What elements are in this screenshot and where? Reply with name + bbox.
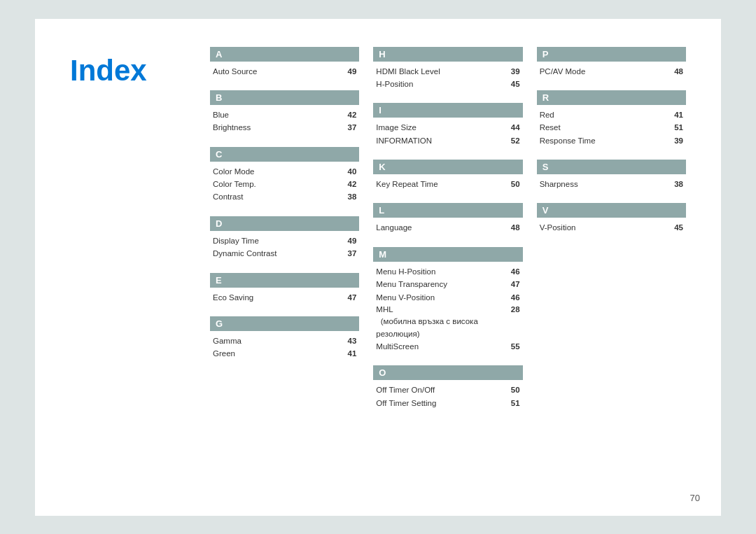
entry-name: PC/AV Mode	[540, 65, 669, 78]
section-entries-O: Off Timer On/Off50Off Timer Setting51	[373, 384, 522, 409]
list-item: Dynamic Contrast37	[213, 247, 356, 260]
section-entries-S: Sharpness38	[537, 178, 686, 190]
entry-name: Menu H-Position	[376, 265, 505, 278]
entry-page: 38	[348, 190, 357, 203]
entry-page: 45	[511, 78, 520, 90]
section-entries-P: PC/AV Mode48	[537, 65, 686, 78]
entry-name: Off Timer On/Off	[376, 384, 505, 396]
list-item: MultiScreen55	[376, 340, 519, 353]
entry-page: 55	[511, 340, 520, 353]
list-item: Red41	[540, 108, 683, 121]
section-header-D: D	[210, 216, 359, 231]
section-entries-D: Display Time49Dynamic Contrast37	[210, 234, 359, 260]
entry-page: 39	[674, 134, 683, 147]
section-K: KKey Repeat Time50	[373, 160, 522, 190]
list-item: PC/AV Mode48	[540, 65, 683, 78]
list-item: Sharpness38	[540, 178, 683, 190]
entry-page: 47	[348, 291, 357, 304]
list-item: MHL (мобилна връзка с висока резолюция)2…	[376, 304, 519, 340]
entry-name: Key Repeat Time	[376, 178, 505, 190]
entry-page: 48	[674, 65, 683, 78]
entry-name: Color Temp.	[213, 178, 342, 190]
entry-name: Display Time	[213, 234, 342, 247]
list-item: Auto Source49	[213, 65, 356, 78]
entry-name: Blue	[213, 108, 342, 121]
section-P: PPC/AV Mode48	[537, 47, 686, 78]
page-number: 70	[690, 493, 700, 503]
entry-name: Brightness	[213, 121, 342, 134]
list-item: Language48	[376, 221, 519, 234]
entry-page: 50	[511, 178, 520, 190]
list-item: Color Temp.42	[213, 178, 356, 190]
list-item: Off Timer Setting51	[376, 397, 519, 409]
entry-page: 50	[511, 384, 520, 396]
column-2: PPC/AV Mode48RRed41Reset51Response Time3…	[537, 47, 686, 422]
entry-page: 49	[348, 65, 357, 78]
entry-page: 46	[511, 265, 520, 278]
entry-page: 49	[348, 234, 357, 247]
section-entries-I: Image Size44INFORMATION52	[373, 121, 522, 147]
list-item: Menu V-Position46	[376, 291, 519, 304]
entry-name: Reset	[540, 121, 669, 134]
entry-page: 41	[674, 108, 683, 121]
entry-page: 37	[348, 247, 357, 260]
entry-page: 40	[348, 165, 357, 178]
section-entries-H: HDMI Black Level39H-Position45	[373, 65, 522, 91]
entry-name: Color Mode	[213, 165, 342, 178]
entry-page: 39	[511, 65, 520, 78]
section-entries-L: Language48	[373, 221, 522, 234]
entry-page: 42	[348, 108, 357, 121]
section-H: HHDMI Black Level39H-Position45	[373, 47, 522, 91]
section-header-C: C	[210, 147, 359, 162]
entry-page: 43	[348, 335, 357, 347]
list-item: H-Position45	[376, 78, 519, 90]
section-header-B: B	[210, 90, 359, 105]
page: Index AAuto Source49BBlue42Brightness37C…	[35, 19, 721, 516]
section-header-O: O	[373, 365, 522, 380]
section-entries-G: Gamma43Green41	[210, 335, 359, 360]
section-header-H: H	[373, 47, 522, 62]
list-item: Menu Transparency47	[376, 278, 519, 290]
section-header-P: P	[537, 47, 686, 62]
section-I: IImage Size44INFORMATION52	[373, 103, 522, 147]
section-header-K: K	[373, 160, 522, 174]
section-D: DDisplay Time49Dynamic Contrast37	[210, 216, 359, 260]
list-item: Display Time49	[213, 234, 356, 247]
list-item: Menu H-Position46	[376, 265, 519, 278]
entry-name: Menu Transparency	[376, 278, 505, 290]
entry-page: 42	[348, 178, 357, 190]
entry-name: Dynamic Contrast	[213, 247, 342, 260]
section-header-I: I	[373, 103, 522, 118]
section-L: LLanguage48	[373, 203, 522, 234]
entry-name: H-Position	[376, 78, 505, 90]
section-A: AAuto Source49	[210, 47, 359, 78]
section-header-G: G	[210, 316, 359, 331]
section-B: BBlue42Brightness37	[210, 90, 359, 134]
section-entries-C: Color Mode40Color Temp.42Contrast38	[210, 165, 359, 204]
section-entries-B: Blue42Brightness37	[210, 108, 359, 134]
entry-page: 52	[511, 134, 520, 147]
entry-page: 45	[674, 221, 683, 234]
entry-name: Eco Saving	[213, 291, 342, 304]
entry-page: 37	[348, 121, 357, 134]
section-R: RRed41Reset51Response Time39	[537, 90, 686, 147]
entry-page: 51	[674, 121, 683, 134]
entry-name: Menu V-Position	[376, 291, 505, 304]
section-entries-K: Key Repeat Time50	[373, 178, 522, 190]
list-item: Image Size44	[376, 121, 519, 134]
section-entries-A: Auto Source49	[210, 65, 359, 78]
section-entries-M: Menu H-Position46Menu Transparency47Menu…	[373, 265, 522, 353]
entry-name: Gamma	[213, 335, 342, 347]
entry-name: Auto Source	[213, 65, 342, 78]
section-O: OOff Timer On/Off50Off Timer Setting51	[373, 365, 522, 409]
section-M: MMenu H-Position46Menu Transparency47Men…	[373, 247, 522, 353]
section-entries-E: Eco Saving47	[210, 291, 359, 304]
entry-name: Response Time	[540, 134, 669, 147]
list-item: Contrast38	[213, 190, 356, 203]
index-grid: AAuto Source49BBlue42Brightness37CColor …	[210, 47, 686, 488]
entry-name: MultiScreen	[376, 340, 505, 353]
list-item: Response Time39	[540, 134, 683, 147]
column-1: HHDMI Black Level39H-Position45IImage Si…	[373, 47, 522, 422]
section-header-A: A	[210, 47, 359, 62]
entry-page: 38	[674, 178, 683, 190]
